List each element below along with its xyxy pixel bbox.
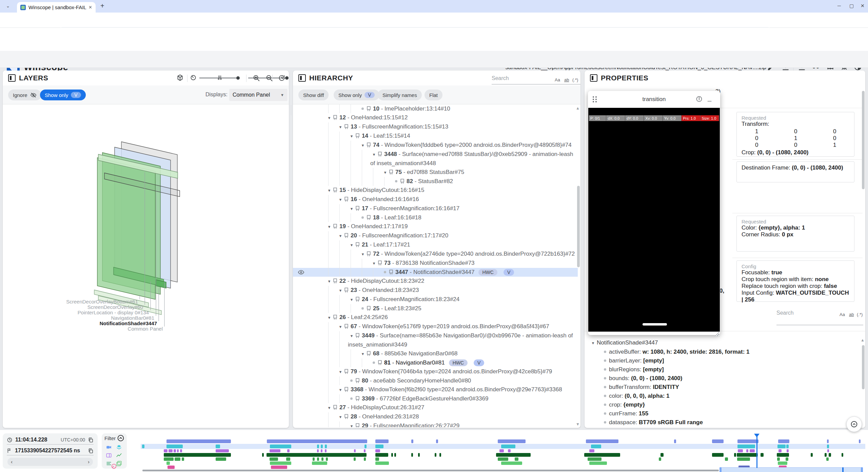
collapse-to-top-button[interactable] [846, 416, 862, 432]
scroll-up-arrow[interactable]: ▲ [576, 106, 580, 111]
hierarchy-row-3369[interactable]: 3369 - 67726bf EdgeBackGestureHandler0#3… [293, 394, 578, 403]
expand-arrow-icon[interactable]: ▾ [337, 232, 344, 240]
tab-close-icon[interactable]: ✕ [88, 5, 92, 10]
show-only-chip[interactable]: Show only V [334, 90, 379, 100]
3d-view-cube-icon[interactable] [176, 74, 184, 81]
collapse-panel-icon[interactable] [8, 74, 16, 82]
expand-arrow-icon[interactable]: ▾ [348, 422, 355, 427]
match-word-toggle[interactable]: ab [849, 312, 854, 317]
hierarchy-row-19[interactable]: ▾19 - OneHanded:17:17#19 [293, 222, 578, 231]
hierarchy-row-67[interactable]: ▾67 - WindowToken{e5176f9 type=2019 andr… [293, 322, 578, 331]
hierarchy-row-28[interactable]: ▾28 - OneHanded:26:31#28 [293, 412, 578, 421]
hierarchy-row-18[interactable]: 18 - Leaf:16:16#18 [293, 213, 578, 222]
scroll-down-arrow[interactable]: ▼ [576, 422, 580, 427]
expand-arrow-icon[interactable]: ▾ [359, 141, 367, 150]
expand-arrow-icon[interactable]: ▾ [337, 386, 344, 394]
hierarchy-row-3448[interactable]: ▾3448 - Surface(name=ed70f88 StatusBar)/… [293, 150, 578, 168]
hierarchy-row-27[interactable]: ▾27 - HideDisplayCutout:26:31#27 [293, 403, 578, 412]
resize-handle[interactable] [714, 332, 719, 336]
hierarchy-row-15[interactable]: ▾15 - HideDisplayCutout:16:16#15 [293, 186, 578, 195]
properties-scrollbar[interactable] [862, 91, 865, 189]
hierarchy-search[interactable]: Search [492, 75, 576, 81]
property-row[interactable]: activeBuffer: w: 1080, h: 2400, stride: … [589, 348, 862, 356]
expand-arrow-icon[interactable]: ▾ [326, 277, 333, 286]
previous-frame-arrow[interactable]: ‹ [11, 459, 13, 465]
expand-arrow-icon[interactable]: ▾ [326, 313, 333, 322]
hierarchy-row-16[interactable]: ▾16 - OneHanded:16:16#16 [293, 195, 578, 204]
hierarchy-row-20[interactable]: ▾20 - FullscreenMagnification:17:17#20 [293, 231, 578, 240]
regex-toggle[interactable]: (.*) [857, 312, 863, 317]
hierarchy-row-13[interactable]: ▾13 - FullscreenMagnification:15:15#13 [293, 122, 578, 132]
frame-step-control[interactable]: ‹ › [7, 458, 93, 466]
copy-icon[interactable] [88, 448, 94, 454]
hierarchy-row-68[interactable]: ▾68 - 885b63e NavigationBar0#68 [293, 349, 578, 358]
properties-root-row[interactable]: ▾NotificationShade#3447 [589, 338, 862, 348]
property-row[interactable]: bounds: (0, 0) - (1080, 2400) [589, 374, 862, 383]
expand-arrow-icon[interactable]: ▾ [326, 114, 333, 122]
hierarchy-row-23[interactable]: ▾23 - OneHanded:18:23#23 [293, 286, 578, 295]
hierarchy-row-17[interactable]: ▾17 - FullscreenMagnification:16:16#17 [293, 204, 578, 213]
match-word-toggle[interactable]: ab [564, 77, 569, 82]
hierarchy-row-73[interactable]: ▾73 - 8736138 NotificationShade#73 [293, 259, 578, 268]
expand-arrow-icon[interactable]: ▾ [348, 204, 355, 213]
collapse-panel-icon[interactable] [298, 74, 306, 82]
hierarchy-row-79[interactable]: ▾79 - WindowToken{7046b4a type=2024 andr… [293, 367, 578, 376]
ignore-chip[interactable]: Ignore [8, 90, 41, 100]
hierarchy-scrollbar[interactable] [577, 186, 580, 267]
hierarchy-row-82[interactable]: 82 - StatusBar#82 [293, 177, 578, 186]
expand-arrow-icon[interactable]: ▾ [326, 186, 333, 195]
expand-arrow-icon[interactable]: ▾ [348, 132, 355, 141]
property-row[interactable]: color: (0, 0, 0), alpha: 1 [589, 392, 862, 400]
expand-arrow-icon[interactable]: ▾ [359, 350, 367, 358]
flat-chip[interactable]: Flat [425, 90, 442, 100]
hierarchy-row-3447[interactable]: 3447 - NotificationShade#3447HWCV [293, 268, 578, 277]
hierarchy-row-81[interactable]: 81 - NavigationBar0#81HWCV [293, 358, 578, 367]
match-case-toggle[interactable]: Aa [555, 77, 560, 82]
regex-toggle[interactable]: (.*) [572, 77, 578, 82]
hierarchy-row-24[interactable]: ▾24 - FullscreenMagnification:18:23#24 [293, 295, 578, 304]
hierarchy-row-25[interactable]: 25 - Leaf:18:23#25 [293, 304, 578, 313]
range-handle-left[interactable] [719, 467, 722, 472]
hierarchy-row-3449[interactable]: ▾3449 - Surface(name=885b63e NavigationB… [293, 331, 578, 349]
zoom-out-icon[interactable] [265, 74, 273, 82]
timeline-cursor[interactable] [756, 434, 757, 468]
timeline-canvas[interactable] [141, 430, 865, 472]
copy-icon[interactable] [88, 437, 94, 443]
hierarchy-row-75[interactable]: ▾75 - ed70f88 StatusBar#75 [293, 168, 578, 177]
next-frame-arrow[interactable]: › [88, 459, 90, 465]
transition-preview-window[interactable]: transition _ P: 0/1dX: 0.0dY: 0.0Xv: 0.0… [588, 91, 720, 335]
show-diff-chip[interactable]: Show diff [298, 90, 329, 100]
visibility-eye-icon[interactable] [298, 269, 304, 276]
property-row[interactable]: currFrame: 155 [589, 409, 862, 418]
expand-arrow-icon[interactable]: ▾ [370, 150, 378, 159]
window-close-button[interactable]: ✕ [861, 3, 865, 8]
hierarchy-row-74[interactable]: ▾74 - WindowToken{fdddbe6 type=2000 andr… [293, 141, 578, 150]
property-row[interactable]: bufferTransform: IDENTITY [589, 383, 862, 392]
window-minimize-button[interactable]: ─ [837, 3, 841, 8]
property-row[interactable]: crop: {empty} [589, 400, 862, 409]
expand-arrow-icon[interactable]: ▾ [370, 259, 378, 268]
hierarchy-row-22[interactable]: ▾22 - HideDisplayCutout:18:23#22 [293, 277, 578, 286]
expand-arrow-icon[interactable]: ▾ [348, 241, 355, 250]
scroll-up-arrow[interactable]: ▲ [861, 338, 865, 342]
info-icon[interactable] [696, 96, 703, 102]
new-tab-button[interactable]: + [100, 2, 104, 10]
reset-view-icon[interactable] [278, 74, 285, 82]
displays-select[interactable]: Common Panel ▼ [229, 89, 288, 101]
minimize-icon[interactable]: _ [708, 94, 711, 102]
hierarchy-row-80[interactable]: 80 - ace6abb SecondaryHomeHandle0#80 [293, 376, 578, 385]
expand-arrow-icon[interactable]: ▾ [326, 404, 333, 412]
hierarchy-row-29[interactable]: ▾29 - FullscreenMagnification:26:27#29 [293, 421, 578, 427]
timeline-range-selection[interactable] [719, 467, 863, 472]
hierarchy-row-72[interactable]: ▾72 - WindowToken{a2746de type=2040 andr… [293, 250, 578, 259]
expand-arrow-icon[interactable]: ▾ [348, 295, 355, 304]
layers-3d-view[interactable]: ScreenDecorOverlayBottom#61ScreenDecorOv… [3, 105, 289, 427]
hierarchy-row-21[interactable]: ▾21 - Leaf:17:17#21 [293, 240, 578, 250]
expand-arrow-icon[interactable]: ▾ [326, 222, 333, 231]
expand-arrow-icon[interactable]: ▾ [337, 368, 344, 376]
tab-search-chevron-icon[interactable]: ⌄ [6, 3, 10, 8]
property-row[interactable]: barrierLayer: [empty] [589, 356, 862, 365]
expand-arrow-icon[interactable]: ▾ [337, 195, 344, 204]
property-row[interactable]: blurRegions: [empty] [589, 365, 862, 374]
expand-arrow-icon[interactable]: ▾ [337, 413, 344, 421]
